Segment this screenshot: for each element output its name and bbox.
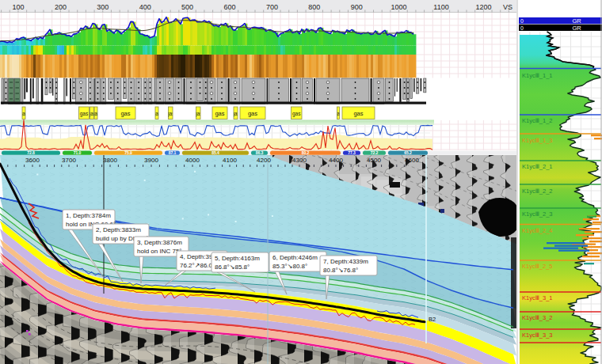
gamma-fill-stripe [269, 30, 271, 46]
lith-sand-dot [138, 87, 139, 89]
lith-sand-dot [221, 98, 223, 100]
strip-cell [261, 46, 264, 55]
strip-cell [283, 46, 285, 55]
lith-sand-dot [221, 87, 223, 89]
lith-sand-dot [407, 93, 409, 94]
strip-cell [238, 46, 240, 55]
strat-label[interactable]: K1ycⅢ_3_3 [522, 332, 553, 339]
gas-box-label: gas [353, 110, 363, 117]
lith-sand-dot [278, 98, 280, 100]
gamma-fill-stripe [223, 25, 226, 45]
gamma-fill-stripe [55, 34, 57, 45]
strip-cell [48, 46, 50, 55]
lith-sand-dot [404, 93, 406, 94]
strip-cell [204, 46, 207, 55]
lith-sandstone-block [36, 78, 39, 104]
gamma-fill-stripe [214, 26, 216, 46]
strip-cell [43, 46, 45, 55]
image-stripe [273, 55, 276, 78]
strip-cell [221, 46, 223, 55]
annotation-box[interactable]: 7, Depth:4339m80.8°↘76.8° [320, 256, 377, 275]
lith-sand-dot [389, 98, 391, 100]
annotation-box[interactable]: 6, Depth:4246m85.3°↘80.8° [269, 252, 326, 271]
strip-cell [276, 46, 278, 55]
gamma-fill-stripe [323, 31, 326, 46]
image-stripe [40, 55, 43, 78]
show-bar-blue [558, 250, 589, 252]
lith-gravel-circle [210, 92, 213, 95]
strat-label[interactable]: K1ycⅢ_2_2 [522, 188, 553, 195]
lith-sand-dot [110, 82, 112, 83]
image-stripe [57, 55, 59, 78]
strip-cell [364, 46, 366, 55]
lith-sand-dot [424, 87, 425, 89]
strat-label[interactable]: K1ycⅢ_2_5 [522, 263, 553, 270]
gamma-fill-stripe [273, 32, 276, 45]
image-stripe [86, 55, 88, 78]
strip-cell [95, 46, 97, 55]
gamma-fill-stripe [311, 29, 314, 45]
strat-label[interactable]: K1ycⅢ_1_2 [522, 117, 553, 124]
strat-label[interactable]: K1ycⅢ_2_1 [522, 163, 553, 170]
lith-sand-dot [55, 98, 57, 100]
gamma-fill-stripe [209, 21, 211, 45]
image-stripe [297, 55, 299, 78]
strat-label[interactable]: K1ycⅢ_1_1 [522, 72, 553, 79]
image-stripe [375, 55, 378, 78]
strip-cell [135, 46, 138, 55]
annotation-note-text: 85.3°↘80.8° [272, 263, 307, 270]
strat-label[interactable]: K1ycⅢ_3_2 [522, 314, 553, 321]
image-stripe [252, 55, 254, 78]
gamma-fill-stripe [207, 22, 209, 46]
strip-cell [349, 46, 352, 55]
lith-sand-dot [150, 87, 151, 89]
image-stripe [390, 55, 392, 78]
image-stripe [413, 55, 416, 78]
gamma-fill-stripe [150, 38, 152, 46]
gas-box-label: gas [292, 111, 301, 117]
strip-cell [107, 46, 109, 55]
strat-label[interactable]: K1ycⅢ_2_4 [522, 227, 553, 234]
lith-sand-dot [178, 82, 180, 83]
lith-sand-dot [278, 87, 280, 89]
lith-sand-dot [150, 93, 151, 94]
image-stripe [62, 55, 64, 78]
lith-sand-dot [73, 87, 74, 89]
image-stripe [264, 55, 266, 78]
image-stripe [55, 55, 57, 78]
ruler-tick-label: 200 [55, 3, 67, 11]
lith-sand-dot [103, 98, 105, 100]
image-stripe [207, 55, 209, 78]
strat-label[interactable]: K1ycⅢ_3_1 [522, 294, 553, 301]
gamma-fill-stripe [152, 37, 154, 46]
lith-sand-dot [55, 87, 57, 89]
strip-cell [14, 46, 17, 55]
gamma-fill-stripe [45, 36, 48, 46]
strip-cell [311, 46, 314, 55]
lith-sand-dot [278, 93, 280, 94]
gamma-fill-stripe [409, 32, 411, 46]
gamma-fill-stripe [228, 27, 231, 45]
annotation-box[interactable]: 5, Depth:4163m86.8°↘85.8° [211, 252, 269, 272]
lith-sand-dot [253, 87, 254, 89]
strip-cell [397, 46, 399, 55]
strip-cell [271, 46, 273, 55]
lith-sand-dot [253, 98, 254, 100]
gamma-fill-stripe [335, 32, 337, 45]
strat-label[interactable]: K1ycⅢ_1_3 [522, 137, 553, 144]
lith-sand-dot [205, 98, 207, 100]
lith-coal-bar [399, 78, 401, 102]
lith-sandstone-block [49, 78, 51, 93]
strip-cell [340, 46, 342, 55]
gamma-fill-stripe [97, 28, 100, 46]
strip-cell [26, 46, 29, 55]
image-stripe [176, 55, 178, 78]
lith-coal-bar [413, 78, 415, 92]
strat-label[interactable]: K1ycⅢ_2_3 [522, 210, 553, 218]
image-stripe [114, 55, 116, 78]
lith-sand-dot [110, 93, 112, 94]
strip-cell [409, 46, 411, 55]
image-stripe [269, 55, 271, 78]
image-stripe [195, 55, 197, 78]
lith-gravel-circle [306, 81, 309, 84]
